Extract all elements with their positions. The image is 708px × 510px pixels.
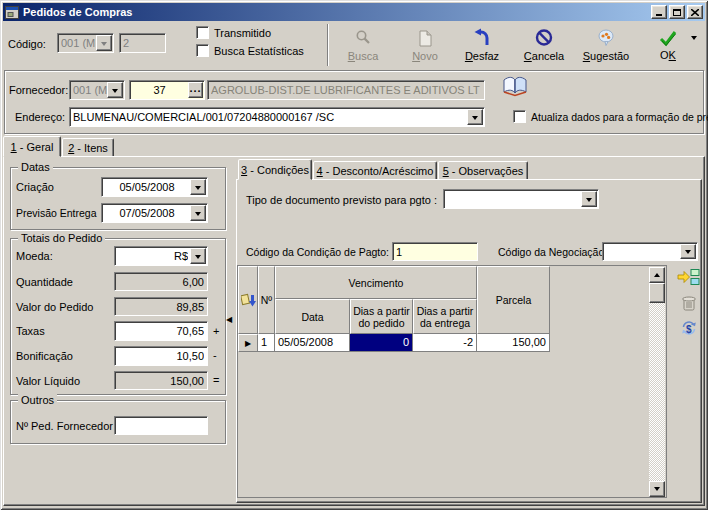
chevron-down-icon	[685, 250, 691, 254]
tipo-doc-combo[interactable]	[443, 189, 599, 209]
tipo-doc-combo-arrow[interactable]	[581, 191, 597, 207]
busca-estatisticas-label: Busca Estatísticas	[214, 45, 304, 57]
chevron-down-icon	[472, 116, 478, 120]
checkbox-icon	[196, 44, 209, 57]
grid-col-dias-pedido: Dias a partirdo pedido	[350, 299, 413, 334]
cell-numero[interactable]: 1	[258, 334, 275, 352]
chevron-down-icon	[586, 198, 592, 202]
recalculate-values-button[interactable]: $	[679, 318, 699, 338]
valor-pedido-field: 89,85	[114, 297, 208, 316]
fornecedor-label: Fornecedor:	[9, 84, 68, 96]
delete-row-button[interactable]	[679, 293, 699, 313]
codigo-number-field[interactable]: 2	[119, 33, 166, 53]
cell-dias-entrega[interactable]: -2	[413, 334, 477, 352]
tab-geral[interactable]: 1 - Geral	[3, 136, 61, 157]
valor-liquido-field: 150,00	[114, 371, 208, 390]
endereco-combo-arrow[interactable]	[467, 109, 483, 125]
criacao-combo-arrow[interactable]	[190, 179, 206, 195]
cancel-icon	[534, 28, 554, 48]
taxas-field[interactable]: 70,65	[114, 321, 208, 341]
valor-pedido-label: Valor do Pedido	[16, 301, 93, 313]
grid-col-numero: Nº	[258, 266, 275, 334]
insert-row-button[interactable]	[676, 264, 702, 290]
chevron-down-icon	[195, 212, 201, 216]
transmitido-checkbox[interactable]: Transmitido	[196, 26, 271, 39]
scrollbar-down-button[interactable]	[649, 481, 665, 497]
chevron-down-icon	[691, 36, 697, 52]
transmitido-label: Transmitido	[214, 27, 271, 39]
cond-pagto-label: Código da Condição de Pagto:	[246, 246, 389, 258]
codigo-combo-arrow[interactable]	[96, 35, 112, 51]
cancela-button[interactable]: Cancela	[516, 23, 572, 67]
checkbox-icon	[513, 110, 526, 123]
bonificacao-operator: -	[213, 349, 217, 361]
ok-button[interactable]: OK	[648, 23, 688, 67]
sugestao-button[interactable]: Sugestão	[576, 23, 636, 67]
maximize-button[interactable]	[669, 5, 685, 19]
search-icon	[353, 28, 373, 48]
grid-group-vencimento: Vencimento	[275, 266, 477, 299]
fornecedor-filial-combo[interactable]: 001 (M	[69, 80, 125, 100]
tab-condicoes[interactable]: 3 - Condições	[238, 159, 312, 180]
splitter-collapse-button[interactable]: ◀	[226, 315, 232, 324]
busca-estatisticas-checkbox[interactable]: Busca Estatísticas	[196, 44, 304, 57]
bonificacao-label: Bonificação	[16, 350, 73, 362]
previsao-label: Previsão Entrega	[16, 207, 97, 219]
cell-parcela[interactable]: 150,00	[477, 334, 550, 352]
scrollbar-up-button[interactable]	[649, 267, 665, 283]
fornecedor-filial-combo-arrow[interactable]	[107, 82, 123, 98]
quantidade-label: Quantidade	[16, 276, 73, 288]
cond-pagto-field[interactable]: 1	[392, 242, 478, 261]
triangle-up-icon	[654, 273, 660, 277]
bonificacao-field[interactable]: 10,50	[114, 346, 208, 366]
negociacao-combo[interactable]	[602, 242, 698, 261]
window-icon	[5, 6, 19, 19]
busca-button[interactable]: Busca	[336, 23, 390, 67]
toolbar-more-button[interactable]	[691, 40, 697, 52]
grid-corner-cell[interactable]	[238, 266, 258, 334]
tab-desconto-acrescimo[interactable]: 4 - Desconto/Acréscimo	[313, 161, 437, 180]
close-button[interactable]	[687, 5, 703, 19]
minimize-icon	[656, 14, 662, 16]
moeda-combo-arrow[interactable]	[190, 248, 206, 264]
taxas-label: Taxas	[16, 325, 45, 337]
totais-title: Totais do Pedido	[18, 232, 105, 244]
moeda-label: Moeda:	[16, 250, 53, 262]
fornecedor-browse-button[interactable]: ...	[188, 82, 203, 98]
grid-col-dias-entrega: Dias a partirda entrega	[413, 299, 477, 334]
currency-refresh-icon: $	[680, 319, 698, 337]
desfaz-button[interactable]: Desfaz	[455, 23, 509, 67]
fornecedor-code-field[interactable]: 37 ...	[129, 80, 205, 100]
trash-icon	[681, 294, 697, 312]
previsao-date-combo[interactable]: 07/05/2008	[101, 203, 208, 223]
codigo-combo[interactable]: 001 (M	[57, 33, 114, 53]
tipo-doc-label: Tipo de documento previsto para pgto :	[246, 194, 437, 206]
negociacao-combo-arrow[interactable]	[680, 244, 696, 259]
pedidos-de-compras-window: Pedidos de Compras Código: 001 (M 2 Tran…	[0, 0, 708, 510]
minimize-button[interactable]	[651, 5, 667, 19]
window-title: Pedidos de Compras	[23, 6, 649, 18]
grid-scrollbar[interactable]	[649, 267, 665, 497]
criacao-label: Criação	[16, 181, 54, 193]
tab-observacoes[interactable]: 5 - Observações	[438, 161, 528, 180]
catalog-book-icon[interactable]	[501, 74, 529, 101]
cell-dias-pedido-selected[interactable]: 0	[350, 334, 413, 352]
criacao-date-combo[interactable]: 05/05/2008	[101, 177, 208, 197]
moeda-combo[interactable]: R$	[114, 246, 208, 266]
novo-button[interactable]: Novo	[402, 23, 448, 67]
edit-sort-icon	[241, 293, 256, 308]
grid-col-parcela: Parcela	[477, 266, 550, 334]
triangle-down-icon	[654, 487, 660, 491]
previsao-combo-arrow[interactable]	[190, 205, 206, 221]
titlebar: Pedidos de Compras	[3, 3, 705, 21]
datas-title: Datas	[18, 161, 53, 173]
endereco-combo[interactable]: BLUMENAU/COMERCIAL/001/07204880000167 /S…	[69, 107, 485, 127]
chevron-down-icon	[195, 186, 201, 190]
scrollbar-thumb[interactable]	[649, 283, 665, 303]
valor-liquido-operator: =	[213, 374, 219, 386]
quantidade-field: 6,00	[114, 272, 208, 291]
tab-itens[interactable]: 2 - Itens	[62, 138, 114, 157]
cell-data-vencimento[interactable]: 05/05/2008	[275, 334, 350, 352]
atualiza-dados-checkbox[interactable]: Atualiza dados para a formação de preço	[513, 110, 708, 123]
ped-fornecedor-field[interactable]	[114, 416, 208, 435]
